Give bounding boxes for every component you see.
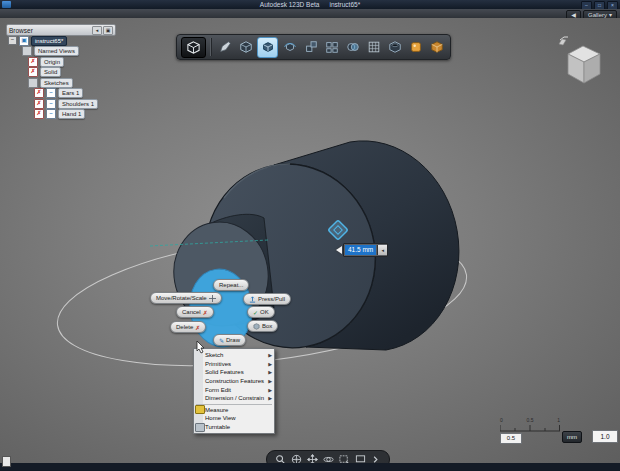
tree-label[interactable]: Shoulders 1 [58, 99, 98, 109]
move-rotate-scale-button[interactable]: Move/Rotate/Scale [150, 292, 222, 304]
repeat-label: Repeat... [219, 282, 243, 288]
sketch-item-icon: ~ [46, 88, 56, 98]
sketch-item-icon: ~ [46, 109, 56, 119]
corner-document-icon[interactable] [2, 456, 11, 467]
tree-label[interactable]: Solid [40, 67, 61, 77]
move-icon [209, 295, 216, 302]
drag-handle-icon[interactable] [336, 246, 342, 254]
browser-panel-header[interactable]: Browser ◂ ▣ [6, 24, 116, 36]
delete-label: Delete [176, 324, 193, 330]
tree-row-hand[interactable]: ✗ ~ Hand 1 [34, 110, 85, 119]
turntable-icon [195, 423, 205, 432]
sketch-icon[interactable] [215, 38, 234, 57]
ruler-label-0: 0 [500, 417, 503, 423]
primitive-box-icon[interactable] [236, 38, 255, 57]
tree-row-sketches[interactable]: Sketches [28, 78, 73, 87]
menu-item-turntable[interactable]: Turntable [194, 423, 274, 432]
tree-row-origin[interactable]: ✗ Origin [28, 57, 64, 66]
ok-check-icon: ✓ [253, 309, 258, 316]
tree-row-named-views[interactable]: Named Views [22, 47, 79, 56]
combine-icon[interactable] [343, 38, 362, 57]
context-submenu: Sketch ▶ Primitives ▶ Solid Features ▶ C… [193, 348, 275, 434]
menu-item-label: Dimension / Constrain [205, 395, 264, 401]
visibility-off-icon[interactable]: ✗ [34, 99, 44, 109]
submenu-arrow-icon: ▶ [268, 369, 272, 375]
scale-bar: 0 0.5 1 0.5 mm [498, 417, 618, 447]
menu-item-label: Measure [205, 407, 228, 413]
browser-collapse-button[interactable]: ◂ [92, 26, 102, 35]
tree-label[interactable]: Named Views [34, 46, 79, 56]
tree-row-ears[interactable]: ✗ ~ Ears 1 [34, 89, 83, 98]
title-doc-name: instruct65* [329, 1, 360, 8]
browser-popout-button[interactable]: ▣ [103, 26, 113, 35]
submenu-arrow-icon: ▶ [268, 378, 272, 384]
named-views-icon [22, 46, 32, 56]
submenu-arrow-icon: ▶ [268, 352, 272, 358]
dimension-value[interactable]: 41.5 mm [345, 245, 376, 255]
delete-button[interactable]: Delete ✗ [170, 321, 206, 333]
dimension-input[interactable]: 41.5 mm ◂ [343, 243, 388, 257]
visibility-off-icon[interactable]: ✗ [28, 67, 38, 77]
menu-item-primitives[interactable]: Primitives ▶ [194, 360, 274, 369]
menu-item-label: Home View [205, 415, 236, 421]
main-toolbar [176, 34, 451, 60]
viewcube[interactable] [556, 36, 608, 88]
draw-label: Draw [226, 337, 240, 343]
scene-canvas[interactable] [0, 18, 620, 463]
tree-label[interactable]: instruct65* [31, 36, 67, 46]
menu-item-label: Form Edit [205, 387, 231, 393]
tree-row-shoulders[interactable]: ✗ ~ Shoulders 1 [34, 99, 98, 108]
toolbar-separator [210, 38, 211, 56]
tree-label[interactable]: Origin [40, 57, 64, 67]
tree-label[interactable]: Sketches [40, 78, 73, 88]
texture-icon[interactable] [427, 38, 446, 57]
viewport-3d[interactable] [0, 18, 620, 463]
tree-label[interactable]: Ears 1 [58, 88, 83, 98]
tree-row-solid[interactable]: ✗ Solid [28, 68, 61, 77]
shell-icon[interactable] [385, 38, 404, 57]
title-bar: Autodesk 123D Beta instruct65* – □ × [0, 0, 620, 9]
cancel-label: Cancel [182, 309, 201, 315]
tree-row-document[interactable]: − ▣ instruct65* [8, 36, 67, 45]
grid-icon[interactable] [364, 38, 383, 57]
visibility-off-icon[interactable]: ✗ [34, 88, 44, 98]
ruler-label-mid: 0.5 [527, 417, 534, 423]
menu-item-form-edit[interactable]: Form Edit ▶ [194, 385, 274, 394]
press-pull-button[interactable]: Press/Pull [243, 293, 291, 305]
scale-icon[interactable] [301, 38, 320, 57]
visibility-off-icon[interactable]: ✗ [28, 57, 38, 67]
visibility-off-icon[interactable]: ✗ [34, 109, 44, 119]
press-pull-label: Press/Pull [258, 296, 285, 302]
material-icon[interactable] [406, 38, 425, 57]
menu-item-label: Construction Features [205, 378, 264, 384]
dimension-spinner-icon[interactable]: ◂ [377, 245, 387, 255]
ruler-label-1: 1 [557, 417, 560, 423]
grid-size-field[interactable]: 0.5 [500, 433, 522, 444]
menu-item-home-view[interactable]: Home View [194, 414, 274, 423]
menu-item-label: Solid Features [205, 369, 244, 375]
menu-item-construction-features[interactable]: Construction Features ▶ [194, 377, 274, 386]
move-icon[interactable] [257, 37, 278, 58]
menu-item-sketch[interactable]: Sketch ▶ [194, 351, 274, 360]
repeat-button[interactable]: Repeat... [213, 279, 249, 291]
title-app-name: Autodesk 123D Beta [260, 1, 320, 8]
mouse-cursor [196, 340, 206, 354]
tree-label[interactable]: Hand 1 [58, 109, 85, 119]
app-menu-button[interactable] [181, 37, 206, 58]
menu-item-dimension-constrain[interactable]: Dimension / Constrain ▶ [194, 394, 274, 403]
pattern-icon[interactable] [322, 38, 341, 57]
menu-item-solid-features[interactable]: Solid Features ▶ [194, 368, 274, 377]
menu-item-measure[interactable]: Measure [194, 406, 274, 415]
cancel-button[interactable]: Cancel ✗ [176, 306, 214, 318]
press-pull-icon [249, 296, 256, 303]
document-icon: ▣ [19, 36, 29, 46]
draw-button[interactable]: ✎ Draw [213, 334, 246, 346]
units-button[interactable]: mm [562, 431, 582, 443]
ok-button[interactable]: ✓ OK [247, 306, 275, 318]
snap-value-input[interactable] [592, 430, 618, 443]
rotate-icon[interactable] [280, 38, 299, 57]
expand-toggle-icon[interactable]: − [8, 36, 17, 45]
bottom-status-strip [0, 463, 620, 471]
box-button[interactable]: Box [247, 320, 278, 332]
box-icon [253, 323, 260, 330]
